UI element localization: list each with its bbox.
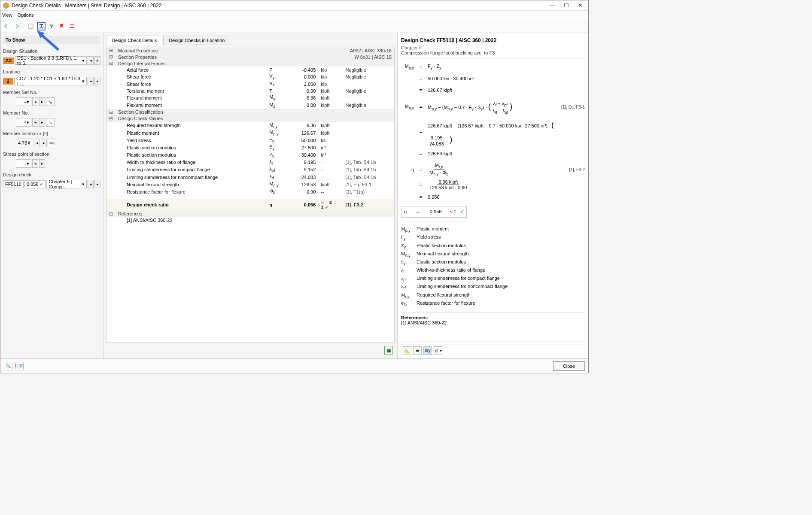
menu-options[interactable]: Options: [18, 12, 34, 18]
dc-id: FF5110: [3, 180, 24, 188]
row-label: Shear force: [116, 80, 267, 88]
h-scrollbar[interactable]: [401, 341, 585, 345]
svg-point-1: [50, 24, 52, 26]
row-label: Width-to-thickness ratio of flange: [116, 159, 267, 166]
spin-prev[interactable]: ◂: [88, 56, 94, 65]
tool-section-icon[interactable]: [37, 22, 46, 30]
sidebar-header-toshow: To Show: [3, 36, 100, 44]
maximize-button[interactable]: ☐: [563, 3, 569, 9]
row-label: Flexural moment: [116, 94, 267, 101]
row-label: Nominal flexural strength: [116, 181, 267, 188]
tool-colors-icon[interactable]: [47, 22, 56, 30]
tool-table-icon[interactable]: [27, 22, 35, 30]
input-member-set[interactable]: -- ▾: [16, 97, 31, 106]
spin-prev[interactable]: ◂: [34, 139, 40, 147]
label-stress-point: Stress point of section: [3, 151, 100, 157]
spin-prev[interactable]: ◂: [88, 77, 94, 85]
loc-ratio-icon[interactable]: x/x₀: [48, 139, 56, 147]
select-member-set-icon[interactable]: ↘: [46, 97, 55, 106]
dc-ratio: 0.056✓: [24, 180, 46, 188]
svg-point-2: [52, 24, 53, 26]
spin-next[interactable]: ▸: [94, 180, 100, 188]
tool-undo-icon[interactable]: [2, 22, 11, 30]
decimals-icon[interactable]: 0.00: [15, 362, 24, 370]
right-panel: Design Check FF5110 | AISC 360 | 2022 Ch…: [397, 33, 588, 358]
tool-flag-icon[interactable]: [58, 22, 66, 30]
search-icon[interactable]: 🔍: [4, 362, 12, 370]
spin-prev[interactable]: ◂: [32, 118, 38, 127]
close-button[interactable]: Close: [553, 361, 585, 371]
tab-location[interactable]: Design Checks in Location: [163, 36, 230, 45]
select-member-icon[interactable]: ↘: [46, 118, 55, 127]
right-header: Design Check FF5110 | AISC 360 | 2022: [401, 36, 585, 45]
svg-rect-0: [29, 24, 33, 28]
row-label: Elastic section modulus: [116, 144, 267, 151]
graphics-icon[interactable]: ▦: [384, 346, 393, 354]
symbol-legend: Mp,yPlastic momentFyYield stressZyPlasti…: [401, 225, 585, 308]
expand-icon[interactable]: ⊞: [106, 109, 116, 115]
tool-fraction-icon[interactable]: x/y: [423, 346, 432, 355]
row-label: Limiting slenderness for noncompact flan…: [116, 173, 267, 181]
right-subheader: Chapter F Compression flange local buckl…: [401, 45, 585, 58]
label-member-loc: Member location x [ft]: [3, 131, 100, 136]
expand-icon[interactable]: ⊞: [106, 47, 116, 54]
row-label: Axial force: [116, 67, 267, 73]
expand-icon[interactable]: ⊞: [106, 54, 116, 60]
spin-next[interactable]: ▸: [39, 97, 45, 106]
toolbar: [0, 19, 588, 33]
spin-next[interactable]: ▸: [94, 77, 100, 85]
combo-loading[interactable]: CO7 - 1.20 * LC1 + 1.60 * LC3 + ...▾: [14, 77, 87, 85]
label-design-check: Design check: [3, 172, 100, 177]
tool-print-icon[interactable]: 🖨 ▾: [434, 346, 442, 355]
tool-list-icon[interactable]: ☰: [413, 346, 422, 355]
row-label: Flexural moment: [116, 102, 267, 109]
spin-next[interactable]: ▸: [39, 159, 45, 168]
row-label: Resistance factor for flexure: [116, 188, 267, 195]
close-window-button[interactable]: ✕: [577, 3, 583, 9]
tab-details[interactable]: Design Check Details: [106, 36, 162, 45]
titlebar: Design Check Details | Members | Steel D…: [0, 0, 588, 11]
spin-next[interactable]: ▸: [39, 118, 45, 127]
row-label: Required flexural strength: [116, 122, 267, 129]
row-label: Shear force: [116, 73, 267, 80]
svg-point-3: [51, 26, 52, 28]
combo-design-check[interactable]: Chapter F | Compr...▾: [46, 180, 87, 188]
row-label: Limiting slenderness for compact flange: [116, 166, 267, 173]
spin-prev[interactable]: ◂: [32, 97, 38, 106]
minimize-button[interactable]: —: [550, 3, 556, 9]
badge-ds: 2.3: [3, 58, 14, 64]
row-label: Plastic section modulus: [116, 151, 267, 159]
tool-formula-icon[interactable]: 📐: [403, 346, 411, 355]
results-grid[interactable]: ⊞Material PropertiesA992 | AISC 360-16 ⊞…: [106, 47, 395, 343]
spin-next[interactable]: ▸: [94, 56, 100, 65]
center-panel: Design Check Details Design Checks in Lo…: [103, 33, 397, 358]
spin-prev[interactable]: ◂: [32, 159, 38, 168]
input-member-no[interactable]: 4 ▾: [16, 118, 31, 127]
eta-result-box: η = 0.056 ≤ 1 ✓: [401, 206, 467, 218]
sidebar: To Show Design Situation 2.3 DS1 - Secti…: [0, 33, 103, 358]
menu-view[interactable]: View: [2, 12, 12, 18]
collapse-icon[interactable]: ⊟: [106, 211, 116, 217]
row-label: Plastic moment: [116, 129, 267, 136]
window-title: Design Check Details | Members | Steel D…: [12, 3, 550, 9]
input-member-loc[interactable]: 4.78 ⇕: [16, 139, 33, 147]
label-member-set-no: Member Set No.: [3, 90, 100, 95]
tool-section2-icon[interactable]: [68, 22, 76, 30]
label-member-no: Member No.: [3, 110, 100, 115]
app-icon: [3, 3, 9, 9]
footer: 🔍 0.00 Close: [0, 358, 588, 373]
combo-design-situation[interactable]: DS1 - Section 2.3 (LRFD), 1. to 5.▾: [15, 56, 87, 65]
label-loading: Loading: [3, 69, 100, 74]
input-stress-point[interactable]: -- ▾: [16, 159, 31, 168]
menubar: View Options: [0, 11, 588, 19]
formula-block: Mp,y = Fy · Zy =50.000 ksi · 30.400 in³ …: [401, 62, 585, 222]
row-label: Torsional moment: [116, 88, 267, 94]
tool-redo-icon[interactable]: [12, 22, 21, 30]
row-label: Yield stress: [116, 136, 267, 144]
collapse-icon[interactable]: ⊟: [106, 60, 116, 67]
spin-prev[interactable]: ◂: [88, 180, 94, 188]
spin-next[interactable]: ▸: [41, 139, 47, 147]
right-references: References: [1] ANSI/AISC 360-22: [401, 312, 585, 325]
collapse-icon[interactable]: ⊟: [106, 115, 116, 122]
label-design-situation: Design Situation: [3, 48, 100, 54]
